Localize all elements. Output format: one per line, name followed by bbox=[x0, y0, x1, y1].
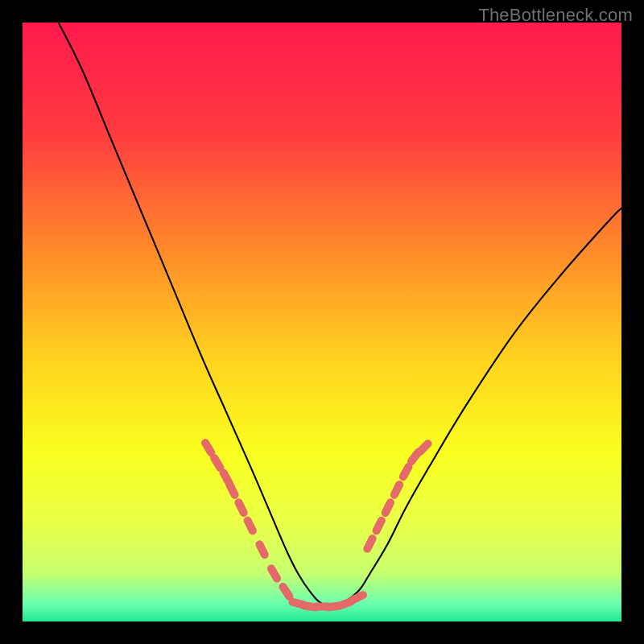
bead-marker bbox=[353, 595, 363, 600]
bead-marker bbox=[229, 485, 234, 495]
bead-marker bbox=[377, 521, 382, 531]
curve-layer bbox=[23, 23, 621, 621]
bead-marker bbox=[419, 444, 427, 452]
bead-marker bbox=[283, 587, 289, 597]
chart-frame: TheBottleneck.com bbox=[0, 0, 644, 644]
bead-marker bbox=[394, 485, 399, 495]
bead-marker bbox=[259, 544, 264, 555]
bead-marker bbox=[403, 467, 409, 477]
bead-marker bbox=[238, 502, 243, 513]
watermark: TheBottleneck.com bbox=[478, 5, 633, 26]
bead-marker bbox=[386, 502, 390, 513]
bottleneck-curve bbox=[59, 23, 621, 605]
bead-marker bbox=[271, 568, 277, 578]
bead-marker bbox=[367, 539, 372, 549]
plot-area bbox=[23, 23, 621, 621]
marker-beads bbox=[205, 443, 427, 607]
bead-marker bbox=[248, 521, 253, 531]
bead-marker bbox=[214, 458, 220, 468]
bead-marker bbox=[205, 443, 211, 452]
